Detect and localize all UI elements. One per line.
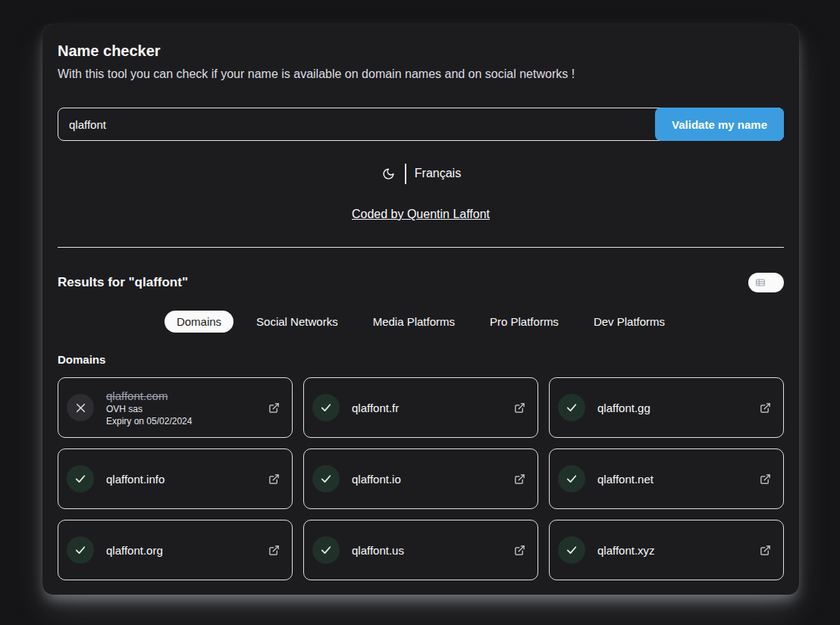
- domain-name: qlaffont.us: [352, 544, 404, 557]
- domain-name: qlaffont.gg: [597, 402, 650, 414]
- tab-media-platforms[interactable]: Media Platforms: [361, 311, 467, 333]
- external-link-icon: [514, 545, 525, 556]
- name-checker-card: Name checker With this tool you can chec…: [42, 24, 799, 595]
- domain-card[interactable]: qlaffont.org: [58, 520, 293, 580]
- external-link-icon: [268, 473, 280, 485]
- domain-card[interactable]: qlaffont.com OVH sas Expiry on 05/02/202…: [58, 377, 293, 438]
- taken-status-icon: [67, 394, 94, 421]
- external-link-icon: [268, 402, 280, 414]
- available-status-icon: [312, 394, 340, 421]
- external-link-icon: [760, 545, 771, 556]
- tab-pro-platforms[interactable]: Pro Platforms: [478, 311, 571, 333]
- domain-name: qlaffont.org: [106, 544, 163, 557]
- check-icon: [319, 543, 333, 557]
- check-icon: [319, 401, 333, 414]
- available-status-icon: [67, 536, 94, 564]
- available-status-icon: [312, 465, 340, 492]
- tab-domains[interactable]: Domains: [165, 311, 234, 333]
- domain-card[interactable]: qlaffont.gg: [549, 377, 784, 438]
- results-heading: Results for "qlaffont": [58, 275, 188, 290]
- available-status-icon: [558, 536, 585, 564]
- available-status-icon: [558, 394, 585, 421]
- domain-name: qlaffont.com: [106, 389, 192, 402]
- tab-social-networks[interactable]: Social Networks: [244, 311, 350, 333]
- domain-expiry: Expiry on 05/02/2024: [106, 417, 192, 427]
- check-icon: [565, 401, 578, 414]
- language-selector[interactable]: Français: [415, 167, 461, 180]
- domain-name: qlaffont.io: [352, 473, 401, 486]
- domains-grid: qlaffont.com OVH sas Expiry on 05/02/202…: [58, 377, 784, 580]
- available-status-icon: [312, 536, 340, 564]
- available-status-icon: [558, 465, 585, 492]
- domain-name: qlaffont.fr: [352, 402, 399, 414]
- domains-section-heading: Domains: [58, 353, 784, 366]
- external-link-button[interactable]: [268, 473, 280, 485]
- external-link-button[interactable]: [514, 402, 525, 414]
- check-icon: [319, 472, 333, 486]
- domain-card[interactable]: qlaffont.io: [303, 448, 538, 509]
- domain-card[interactable]: qlaffont.us: [303, 520, 538, 580]
- external-link-button[interactable]: [760, 473, 771, 485]
- external-link-button[interactable]: [514, 473, 525, 485]
- locale-row: Français: [58, 162, 784, 185]
- domain-registrar: OVH sas: [106, 405, 192, 414]
- domain-card[interactable]: qlaffont.net: [549, 448, 784, 509]
- domain-name: qlaffont.xyz: [597, 544, 655, 557]
- external-link-button[interactable]: [514, 545, 525, 556]
- domain-name: qlaffont.info: [106, 473, 165, 486]
- domain-card[interactable]: qlaffont.xyz: [549, 520, 784, 580]
- external-link-button[interactable]: [268, 545, 280, 556]
- table-view-icon: [754, 277, 766, 289]
- credit-row: Coded by Quentin Laffont: [58, 208, 784, 221]
- theme-toggle-button[interactable]: [381, 166, 396, 182]
- page-background: { "header": { "title": "Name checker", "…: [0, 0, 840, 625]
- domain-name: qlaffont.net: [597, 473, 654, 486]
- external-link-icon: [760, 473, 771, 485]
- validate-button[interactable]: Validate my name: [655, 108, 784, 141]
- x-icon: [74, 401, 88, 415]
- external-link-button[interactable]: [760, 402, 771, 414]
- external-link-icon: [268, 545, 280, 556]
- external-link-button[interactable]: [760, 545, 771, 556]
- available-status-icon: [67, 465, 94, 492]
- section-divider: [58, 247, 784, 248]
- tab-dev-platforms[interactable]: Dev Platforms: [581, 311, 677, 333]
- check-icon: [565, 472, 578, 486]
- external-link-icon: [514, 473, 525, 485]
- view-toggle[interactable]: [748, 273, 784, 292]
- check-icon: [74, 472, 87, 486]
- external-link-icon: [760, 402, 771, 414]
- external-link-button[interactable]: [268, 402, 280, 414]
- domain-card[interactable]: qlaffont.fr: [303, 377, 538, 438]
- tabs-row: DomainsSocial NetworksMedia PlatformsPro…: [58, 311, 784, 333]
- locale-separator: [405, 164, 406, 184]
- credit-link[interactable]: Coded by Quentin Laffont: [352, 208, 490, 220]
- search-row: Validate my name: [58, 108, 784, 141]
- domain-card[interactable]: qlaffont.info: [58, 448, 293, 509]
- check-icon: [565, 543, 578, 557]
- page-subtitle: With this tool you can check if your nam…: [58, 67, 784, 81]
- moon-icon: [382, 167, 395, 180]
- check-icon: [74, 543, 87, 557]
- results-row: Results for "qlaffont": [58, 273, 784, 292]
- page-title: Name checker: [58, 42, 784, 60]
- external-link-icon: [514, 402, 525, 414]
